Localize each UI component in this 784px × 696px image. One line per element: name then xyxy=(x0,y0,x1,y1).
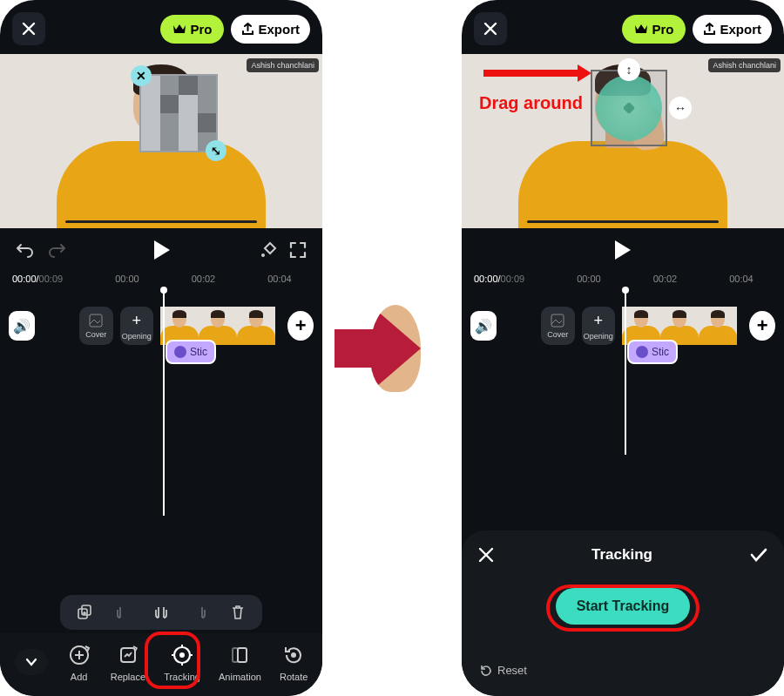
sticker-dot-icon xyxy=(636,346,648,358)
playhead[interactable] xyxy=(163,289,165,516)
tracking-tool[interactable]: Tracking xyxy=(164,642,200,682)
resize-vertical-handle[interactable]: ↕ xyxy=(618,58,640,81)
delete-button[interactable] xyxy=(229,604,247,621)
target-icon xyxy=(171,644,193,666)
panel-confirm-button[interactable] xyxy=(749,547,768,563)
export-icon xyxy=(703,23,716,36)
audio-toggle-button[interactable]: 🔊 xyxy=(9,311,35,341)
sticker-scale-handle[interactable]: ⤡ xyxy=(206,140,226,161)
bottom-toolbar: Add Replace Tracking Animation Rotate xyxy=(0,633,322,696)
svg-point-0 xyxy=(261,253,265,257)
hint-arrow xyxy=(483,70,579,77)
pro-label: Pro xyxy=(190,22,212,37)
screen-after: Pro Export Drag around ↕ ↔ Ashish chanch… xyxy=(462,0,784,696)
export-label: Export xyxy=(258,22,300,37)
add-clip-button[interactable]: + xyxy=(287,311,314,341)
animation-tool[interactable]: Animation xyxy=(219,642,261,682)
playback-controls xyxy=(0,228,322,272)
keyframe-button[interactable] xyxy=(258,240,277,260)
sticker-track-chip[interactable]: Stic xyxy=(627,340,678,364)
clip-thumb[interactable] xyxy=(237,307,275,345)
export-button[interactable]: Export xyxy=(231,15,310,44)
svg-rect-7 xyxy=(238,648,247,662)
duplicate-button[interactable] xyxy=(76,604,93,621)
watermark-label: Ashish chanchlani xyxy=(708,58,781,72)
playhead[interactable] xyxy=(625,289,626,455)
collapse-button[interactable] xyxy=(15,649,48,675)
add-clip-button[interactable]: + xyxy=(749,311,775,341)
play-button[interactable] xyxy=(615,240,631,260)
progress-line xyxy=(65,220,257,223)
top-bar: Pro Export xyxy=(0,0,322,54)
split-right-button[interactable] xyxy=(191,604,208,621)
fullscreen-button[interactable] xyxy=(289,241,307,259)
audio-toggle-button[interactable]: 🔊 xyxy=(470,311,497,341)
replace-tool[interactable]: Replace xyxy=(111,642,145,682)
add-icon xyxy=(68,644,91,666)
transition-arrow xyxy=(335,305,448,392)
start-tracking-button[interactable]: Start Tracking xyxy=(556,588,691,625)
reset-icon xyxy=(479,664,492,677)
top-bar: Pro Export xyxy=(462,0,784,54)
tracking-circle[interactable] xyxy=(596,75,662,141)
pro-button[interactable]: Pro xyxy=(622,15,686,44)
export-icon xyxy=(241,23,254,36)
watermark-label: Ashish chanchlani xyxy=(247,58,319,72)
clip-thumb[interactable] xyxy=(699,307,737,345)
play-button[interactable] xyxy=(154,240,170,260)
sticker-close-handle[interactable]: ✕ xyxy=(131,65,152,86)
edit-tool-row xyxy=(60,595,262,630)
replace-icon xyxy=(118,645,139,666)
opening-clip-button[interactable]: +Opening xyxy=(582,307,616,345)
pro-button[interactable]: Pro xyxy=(160,15,224,44)
opening-clip-button[interactable]: +Opening xyxy=(120,307,154,345)
tracking-panel: Tracking Start Tracking Reset xyxy=(462,530,784,696)
split-button[interactable] xyxy=(152,604,170,621)
redo-button[interactable] xyxy=(47,242,66,258)
image-icon xyxy=(550,313,565,328)
preview-area[interactable]: Drag around ↕ ↔ Ashish chanchlani xyxy=(462,54,784,228)
reset-button[interactable]: Reset xyxy=(479,664,527,677)
playback-controls xyxy=(462,228,784,272)
rotate-tool[interactable]: Rotate xyxy=(280,642,308,682)
hint-label: Drag around xyxy=(479,93,583,113)
sticker-track-chip[interactable]: Stic xyxy=(166,340,216,364)
cover-clip-button[interactable]: Cover xyxy=(541,307,575,345)
export-button[interactable]: Export xyxy=(693,15,772,44)
mosaic-sticker[interactable]: ✕ ⤡ xyxy=(139,74,218,152)
timeline-area[interactable]: 🔊 Cover +Opening + Stic xyxy=(0,289,322,362)
split-left-button[interactable] xyxy=(114,604,132,621)
progress-line xyxy=(527,220,719,223)
rotate-icon xyxy=(282,644,305,666)
svg-point-9 xyxy=(291,652,296,658)
crown-icon xyxy=(634,23,648,35)
svg-point-6 xyxy=(179,652,185,658)
add-tool[interactable]: Add xyxy=(66,642,92,682)
close-button[interactable] xyxy=(12,12,45,45)
svg-rect-8 xyxy=(233,648,238,662)
panel-title: Tracking xyxy=(591,546,652,564)
timeline-area[interactable]: 🔊 Cover +Opening + Stic xyxy=(462,289,784,362)
animation-icon xyxy=(229,645,250,666)
close-button[interactable] xyxy=(474,12,507,45)
screen-before: Pro Export ✕ ⤡ Ashish chanchlani xyxy=(0,0,322,696)
undo-button[interactable] xyxy=(16,242,35,258)
cover-clip-button[interactable]: Cover xyxy=(79,307,113,345)
sticker-dot-icon xyxy=(174,346,186,358)
resize-horizontal-handle[interactable]: ↔ xyxy=(669,97,692,119)
image-icon xyxy=(88,313,104,328)
crown-icon xyxy=(172,23,186,35)
preview-area[interactable]: ✕ ⤡ Ashish chanchlani xyxy=(0,54,322,228)
chevron-down-icon xyxy=(25,658,37,666)
panel-close-button[interactable] xyxy=(477,546,495,564)
tracking-target[interactable]: ↕ ↔ xyxy=(591,70,667,146)
